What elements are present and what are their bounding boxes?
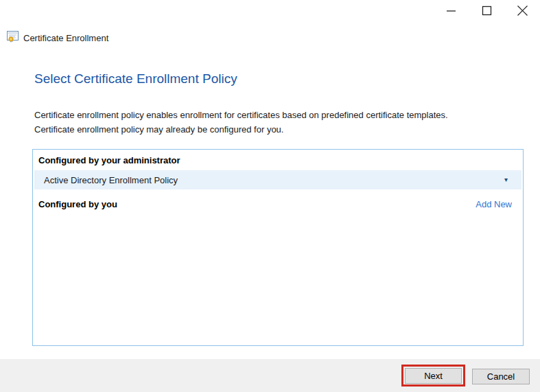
description-line-1: Certificate enrollment policy enables en… <box>34 108 521 122</box>
app-title-row: Certificate Enrollment <box>7 31 108 45</box>
enrollment-policy-dropdown[interactable]: Active Directory Enrollment Policy ▾ <box>34 170 521 189</box>
policy-selection-box: Configured by your administrator Active … <box>32 149 524 346</box>
next-button[interactable]: Next <box>405 368 462 384</box>
enrollment-policy-selected-value: Active Directory Enrollment Policy <box>34 175 504 185</box>
cancel-button[interactable]: Cancel <box>472 369 530 384</box>
minimize-icon <box>446 5 456 16</box>
minimize-button[interactable] <box>433 0 469 21</box>
close-icon <box>517 5 528 16</box>
add-new-link[interactable]: Add New <box>476 199 512 209</box>
app-title: Certificate Enrollment <box>23 33 108 43</box>
close-button[interactable] <box>504 0 540 21</box>
maximize-icon <box>482 5 492 16</box>
user-section-label: Configured by you <box>38 199 117 209</box>
certificate-icon <box>7 31 19 45</box>
page-description: Certificate enrollment policy enables en… <box>34 108 521 137</box>
chevron-down-icon: ▾ <box>504 176 521 183</box>
admin-section-label: Configured by your administrator <box>38 155 180 165</box>
description-line-2: Certificate enrollment policy may alread… <box>34 122 521 137</box>
user-section-row: Configured by you Add New <box>38 196 512 211</box>
page-title: Select Certificate Enrollment Policy <box>34 71 237 87</box>
window-controls <box>433 0 540 22</box>
maximize-button[interactable] <box>469 0 504 21</box>
